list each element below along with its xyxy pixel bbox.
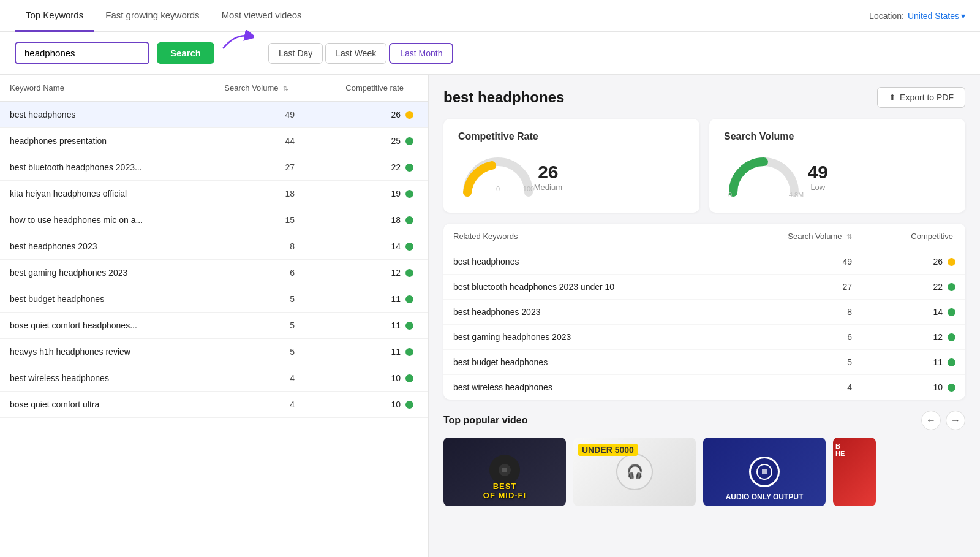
competitive-desc: Medium (534, 183, 562, 192)
search-input[interactable] (15, 42, 149, 64)
related-keywords-table: Related Keywords Search Volume ⇅ Competi… (443, 224, 965, 400)
rel-kw-rate: 22 (864, 275, 965, 300)
related-keyword-row[interactable]: best wireless headphones 4 10 (443, 375, 965, 400)
top-videos-section: Top popular video ← → BESTOF MID-FI (443, 411, 965, 506)
rate-dot (405, 295, 413, 303)
video-thumb-1[interactable]: BESTOF MID-FI (443, 438, 566, 506)
table-row[interactable]: heavys h1h headphones review 5 11 (0, 339, 428, 365)
table-row[interactable]: how to use headphones mic on a... 15 18 (0, 207, 428, 233)
tab-most-viewed[interactable]: Most viewed videos (211, 0, 313, 32)
rate-dot (405, 190, 413, 198)
rate-dot (405, 322, 413, 330)
filter-last-day[interactable]: Last Day (268, 43, 323, 64)
col-search-volume[interactable]: Search Volume ⇅ (190, 75, 313, 102)
nav-arrows: ← → (921, 411, 965, 430)
location-value[interactable]: United States ▾ (908, 11, 965, 21)
kw-name: best headphones 2023 (0, 233, 190, 260)
rel-kw-name: best wireless headphones (443, 375, 728, 400)
videos-header: Top popular video ← → (443, 411, 965, 430)
table-row[interactable]: best headphones 2023 8 14 (0, 233, 428, 260)
time-filters: Last Day Last Week Last Month (268, 43, 453, 64)
kw-volume: 44 (190, 128, 313, 154)
table-row[interactable]: bose quiet comfort ultra 4 10 (0, 392, 428, 418)
kw-name: bose quiet comfort ultra (0, 392, 190, 418)
export-button[interactable]: ⬆ Export to PDF (877, 87, 965, 108)
rel-rate-value: 11 (933, 357, 943, 367)
rel-col-keyword: Related Keywords (443, 224, 728, 249)
video-thumb-2[interactable]: 🎧 UNDER 5000 (573, 438, 696, 506)
filter-last-month[interactable]: Last Month (389, 43, 453, 64)
kw-name: best wireless headphones (0, 365, 190, 392)
kw-rate: 14 (313, 233, 428, 260)
rel-rate-dot (948, 308, 956, 316)
table-row[interactable]: best bluetooth headphones 2023... 27 22 (0, 154, 428, 181)
detail-title: best headphones (443, 89, 564, 106)
prev-arrow[interactable]: ← (921, 411, 941, 430)
kw-volume: 8 (190, 233, 313, 260)
col-keyword-name: Keyword Name (0, 75, 190, 102)
video-thumb-3[interactable]: AUDIO ONLY OUTPUT (703, 438, 826, 506)
rel-sort-icon: ⇅ (846, 233, 852, 240)
search-button[interactable]: Search (157, 42, 214, 64)
kw-volume: 4 (190, 365, 313, 392)
rate-value: 25 (391, 136, 401, 146)
rate-value: 19 (391, 189, 401, 199)
rel-kw-name: best headphones (443, 249, 728, 275)
rate-value: 11 (391, 320, 401, 330)
kw-volume: 5 (190, 286, 313, 313)
tab-fast-growing[interactable]: Fast growing keywords (94, 0, 210, 32)
rel-rate-value: 10 (933, 382, 943, 392)
related-keyword-row[interactable]: best headphones 2023 8 14 (443, 300, 965, 325)
table-row[interactable]: kita heiyan headphones official 18 19 (0, 181, 428, 207)
kw-name: bose quiet comfort headphones... (0, 313, 190, 339)
right-panel: best headphones ⬆ Export to PDF Competit… (429, 75, 980, 557)
rel-kw-volume: 6 (728, 325, 864, 350)
video-thumb-4[interactable]: BHE (833, 438, 876, 506)
rate-dot (405, 111, 413, 119)
kw-volume: 18 (190, 181, 313, 207)
rate-dot (405, 348, 413, 356)
kw-rate: 22 (313, 154, 428, 181)
kw-name: best gaming headphones 2023 (0, 260, 190, 286)
rel-col-volume[interactable]: Search Volume ⇅ (728, 224, 864, 249)
kw-volume: 4 (190, 392, 313, 418)
rel-kw-volume: 4 (728, 375, 864, 400)
rel-kw-name: best headphones 2023 (443, 300, 728, 325)
related-keyword-row[interactable]: best gaming headphones 2023 6 12 (443, 325, 965, 350)
related-keyword-row[interactable]: best headphones 49 26 (443, 249, 965, 275)
kw-rate: 10 (313, 365, 428, 392)
search-volume-card: Search Volume 0 4.8M 49 Low (709, 119, 965, 213)
table-row[interactable]: best gaming headphones 2023 6 12 (0, 260, 428, 286)
kw-rate: 26 (313, 102, 428, 128)
table-row[interactable]: best budget headphones 5 11 (0, 286, 428, 313)
tab-top-keywords[interactable]: Top Keywords (15, 0, 94, 32)
kw-volume: 27 (190, 154, 313, 181)
kw-rate: 10 (313, 392, 428, 418)
kw-rate: 11 (313, 339, 428, 365)
gauge-svg-volume: 0 4.8M 49 Low (724, 150, 804, 200)
rate-value: 26 (391, 110, 401, 119)
rate-dot (405, 164, 413, 172)
rel-rate-value: 14 (933, 307, 943, 317)
rel-kw-volume: 5 (728, 350, 864, 375)
table-row[interactable]: headphones presentation 44 25 (0, 128, 428, 154)
export-icon: ⬆ (889, 93, 896, 102)
table-row[interactable]: best headphones 49 26 (0, 102, 428, 128)
related-keyword-row[interactable]: best budget headphones 5 11 (443, 350, 965, 375)
next-arrow[interactable]: → (946, 411, 965, 430)
rate-value: 10 (391, 400, 401, 409)
kw-rate: 11 (313, 286, 428, 313)
volume-value: 49 (808, 162, 828, 183)
table-row[interactable]: bose quiet comfort headphones... 5 11 (0, 313, 428, 339)
kw-name: how to use headphones mic on a... (0, 207, 190, 233)
location-area: Location: United States ▾ (869, 11, 965, 21)
table-row[interactable]: best wireless headphones 4 10 (0, 365, 428, 392)
left-panel: Keyword Name Search Volume ⇅ Competitive… (0, 75, 429, 557)
rel-kw-rate: 26 (864, 249, 965, 275)
kw-name: best bluetooth headphones 2023... (0, 154, 190, 181)
main-layout: Keyword Name Search Volume ⇅ Competitive… (0, 75, 980, 557)
gauge-inner-competitive: 0 100 26 Medium (458, 150, 685, 200)
related-keyword-row[interactable]: best bluetooth headphones 2023 under 10 … (443, 275, 965, 300)
filter-last-week[interactable]: Last Week (325, 43, 386, 64)
rate-value: 11 (391, 347, 401, 357)
